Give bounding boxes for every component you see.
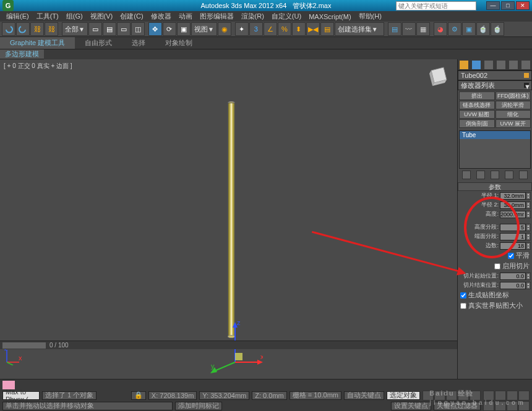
radius1-spinner[interactable]: ▲▼ [500,192,531,200]
radius2-spinner[interactable]: ▲▼ [500,201,531,209]
modifier-stack[interactable]: Tube [459,130,531,169]
unique-icon[interactable] [491,171,499,179]
select-region-button[interactable]: ▭ [117,22,131,36]
tab-freeform[interactable]: 自由形式 [75,37,122,49]
stack-tube[interactable]: Tube [460,131,530,139]
btn-uvwunwrap[interactable]: UVW 展开 [496,119,531,128]
prev-frame-icon[interactable] [434,391,445,400]
select-by-name-button[interactable]: ▤ [103,22,116,36]
align-button[interactable]: ▤ [320,22,334,36]
percent-snap-button[interactable]: % [278,22,291,36]
menu-graph[interactable]: 图形编辑器 [196,12,238,21]
heightsegs-spinner[interactable]: ▲▼ [500,224,531,231]
render-button[interactable]: 🍵 [476,22,490,36]
realworld-checkbox[interactable] [460,303,466,309]
menu-group[interactable]: 组(G) [62,12,87,21]
play-icon[interactable] [446,391,457,400]
setkey-button[interactable]: 设置关键点 [391,402,431,410]
btn-extrude[interactable]: 挤出 [459,91,495,100]
btn-bevel[interactable]: 倒角剖面 [459,119,495,128]
tube-object[interactable] [228,103,235,337]
undo-button[interactable] [2,22,15,36]
menu-animation[interactable]: 动画 [175,12,196,21]
unlink-button[interactable]: ⛓ [45,22,58,36]
help-search[interactable] [396,1,476,11]
slicefrom-spinner[interactable]: ▲▼ [500,273,531,280]
height-spinner[interactable]: ▲▼ [500,211,531,218]
btn-ffd[interactable]: FFD(圆柱体) [496,91,531,100]
ref-coord-dropdown[interactable]: 视图 ▼ [191,22,217,36]
btn-linkedxform[interactable]: 链条线选择 [459,101,495,109]
material-editor-button[interactable]: ◕ [434,22,447,36]
pin-stack-icon[interactable] [462,171,471,179]
menu-help[interactable]: 帮助(H) [355,12,385,21]
restore-button[interactable]: □ [501,1,515,10]
menu-create[interactable]: 创建(C) [116,12,147,21]
window-crossing-button[interactable]: ◫ [131,22,145,36]
time-slider[interactable] [2,342,46,349]
display-tab-icon[interactable] [509,61,518,69]
angle-snap-button[interactable]: ∠ [264,22,277,36]
btn-uvwmap[interactable]: UVW 贴图 [459,110,495,119]
select-move-button[interactable]: ✥ [148,22,162,36]
redo-button[interactable] [16,22,30,36]
keyfilter-button[interactable]: 关键点过滤器 [434,402,481,410]
link-button[interactable]: ⛓ [30,22,44,36]
motion-tab-icon[interactable] [497,61,505,69]
viewport-label[interactable]: [ + 0 正交 0 真实 + 边面 ] [4,62,72,70]
create-tab-icon[interactable] [460,61,468,69]
select-rotate-button[interactable]: ⟳ [163,22,176,36]
select-scale-button[interactable]: ▣ [177,22,191,36]
coord-z[interactable]: Z: 0.0mm [252,391,286,400]
object-name-field[interactable]: Tube002 [458,70,532,80]
coord-y[interactable]: Y: 353.204mm [199,391,249,400]
key-filter-dropdown[interactable]: 选定对象 [387,391,420,400]
maxview-icon[interactable] [518,391,530,400]
minimize-button[interactable]: — [486,1,500,10]
viewport[interactable]: [ + 0 正交 0 真实 + 边面 ] x z y z [0,59,458,383]
fov-icon[interactable] [507,401,518,411]
modify-tab-icon[interactable] [472,61,481,69]
quick-render-button[interactable]: 🍵 [491,22,504,36]
timeline[interactable]: 0 / 100 [0,341,457,349]
tab-objectpaint[interactable]: 对象绘制 [155,37,202,49]
maxscript-mini[interactable]: Max to Physx ( [2,391,40,400]
named-sel-set[interactable]: 创建选择集 ▼ [335,22,384,36]
zoom-icon[interactable] [507,391,518,400]
close-button[interactable]: ✕ [516,1,530,10]
menu-tools[interactable]: 工具(T) [33,12,62,21]
tab-graphite[interactable]: Graphite 建模工具 [0,37,75,49]
genmap-checkbox[interactable] [460,292,466,299]
goto-start-icon[interactable] [423,391,434,400]
configure-sets-icon[interactable] [519,171,528,179]
menu-maxscript[interactable]: MAXScript(M) [305,13,354,20]
rollout-header[interactable]: 参数 [458,182,532,191]
remove-mod-icon[interactable] [505,171,513,179]
capsegs-spinner[interactable]: ▲▼ [500,233,531,240]
render-frame-button[interactable]: ▣ [462,22,476,36]
smooth-checkbox[interactable] [508,253,514,259]
layer-button[interactable]: ▤ [388,22,401,36]
sliceto-spinner[interactable]: ▲▼ [500,282,531,289]
slice-checkbox[interactable] [494,263,500,269]
viewcube[interactable] [425,64,450,89]
modifier-list-dropdown[interactable]: 修改器列表▼ [458,80,532,90]
menu-render[interactable]: 渲染(R) [238,12,268,21]
add-time-tag[interactable]: 添加时间标记 [175,402,222,410]
pan-icon[interactable] [483,391,494,400]
object-color-swatch[interactable] [524,73,529,78]
snap-toggle-button[interactable]: 3 [249,22,263,36]
subtab-polymodel[interactable]: 多边形建模 [0,49,44,59]
sides-spinner[interactable]: ▲▼ [500,242,531,250]
utilities-tab-icon[interactable] [521,61,530,69]
menu-custom[interactable]: 自定义(U) [268,12,305,21]
manipulate-button[interactable]: ✦ [235,22,249,36]
selection-filter[interactable]: 全部 ▼ [62,22,88,36]
goto-end-icon[interactable] [470,391,481,400]
app-icon[interactable]: G [2,0,14,11]
render-setup-button[interactable]: ⚙ [448,22,461,36]
help-search-input[interactable] [397,2,476,9]
coord-x[interactable]: X: 7208.139m [148,391,197,400]
autokey-button[interactable]: 自动关键点 [344,391,384,400]
select-object-button[interactable]: ▭ [88,22,102,36]
